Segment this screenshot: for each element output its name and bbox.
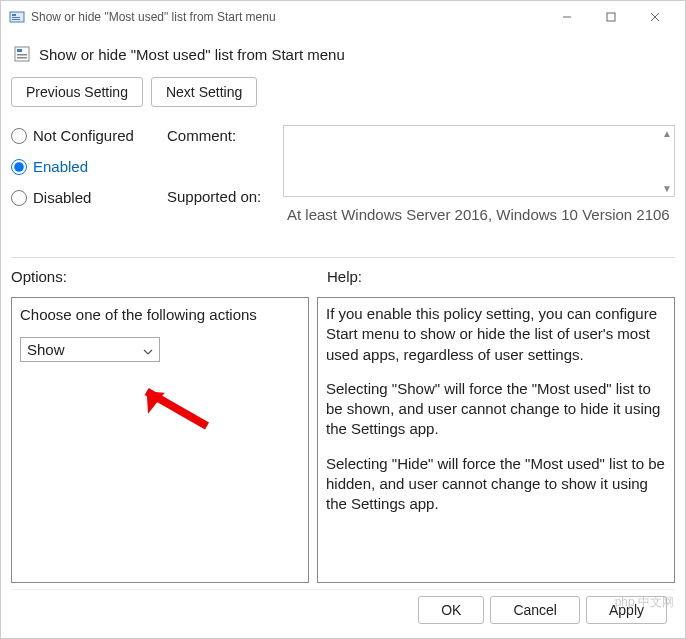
chevron-down-icon [143, 341, 153, 358]
comment-textarea[interactable]: ▲ ▼ [283, 125, 675, 197]
svg-rect-2 [12, 17, 20, 18]
supported-on-text: At least Windows Server 2016, Windows 10… [283, 203, 675, 243]
close-button[interactable] [633, 3, 677, 31]
policy-icon [13, 45, 31, 63]
ok-button[interactable]: OK [418, 596, 484, 624]
svg-rect-10 [17, 54, 27, 56]
minimize-button[interactable] [545, 3, 589, 31]
radio-enabled[interactable]: Enabled [11, 158, 161, 175]
radio-not-configured-input[interactable] [11, 128, 27, 144]
options-prompt: Choose one of the following actions [20, 306, 300, 323]
svg-rect-5 [607, 13, 615, 21]
titlebar-title: Show or hide "Most used" list from Start… [31, 10, 276, 24]
supported-label: Supported on: [167, 188, 277, 205]
options-label: Options: [11, 268, 311, 285]
radio-disabled-label: Disabled [33, 189, 91, 206]
svg-rect-9 [17, 49, 22, 52]
help-paragraph: Selecting "Show" will force the "Most us… [326, 379, 666, 440]
help-label: Help: [311, 268, 362, 285]
help-panel: If you enable this policy setting, you c… [317, 297, 675, 583]
previous-setting-button[interactable]: Previous Setting [11, 77, 143, 107]
radio-not-configured-label: Not Configured [33, 127, 134, 144]
maximize-button[interactable] [589, 3, 633, 31]
separator [11, 257, 675, 258]
help-paragraph: If you enable this policy setting, you c… [326, 304, 666, 365]
next-setting-button[interactable]: Next Setting [151, 77, 257, 107]
scroll-down-icon[interactable]: ▼ [662, 183, 672, 194]
policy-title: Show or hide "Most used" list from Start… [39, 46, 345, 63]
options-panel: Choose one of the following actions Show [11, 297, 309, 583]
radio-enabled-label: Enabled [33, 158, 88, 175]
svg-rect-3 [12, 19, 20, 20]
dropdown-value: Show [27, 341, 65, 358]
apply-button[interactable]: Apply [586, 596, 667, 624]
comment-label: Comment: [167, 127, 277, 144]
dialog-window: Show or hide "Most used" list from Start… [0, 0, 686, 639]
policy-header: Show or hide "Most used" list from Start… [11, 41, 675, 67]
svg-rect-1 [12, 14, 16, 16]
scroll-up-icon[interactable]: ▲ [662, 128, 672, 139]
action-dropdown[interactable]: Show [20, 337, 160, 362]
radio-disabled-input[interactable] [11, 190, 27, 206]
radio-enabled-input[interactable] [11, 159, 27, 175]
radio-disabled[interactable]: Disabled [11, 189, 161, 206]
cancel-button[interactable]: Cancel [490, 596, 580, 624]
titlebar: Show or hide "Most used" list from Start… [1, 1, 685, 33]
svg-rect-11 [17, 57, 27, 59]
help-paragraph: Selecting "Hide" will force the "Most us… [326, 454, 666, 515]
app-icon [9, 9, 25, 25]
dialog-footer: OK Cancel Apply [11, 589, 675, 630]
radio-not-configured[interactable]: Not Configured [11, 127, 161, 144]
